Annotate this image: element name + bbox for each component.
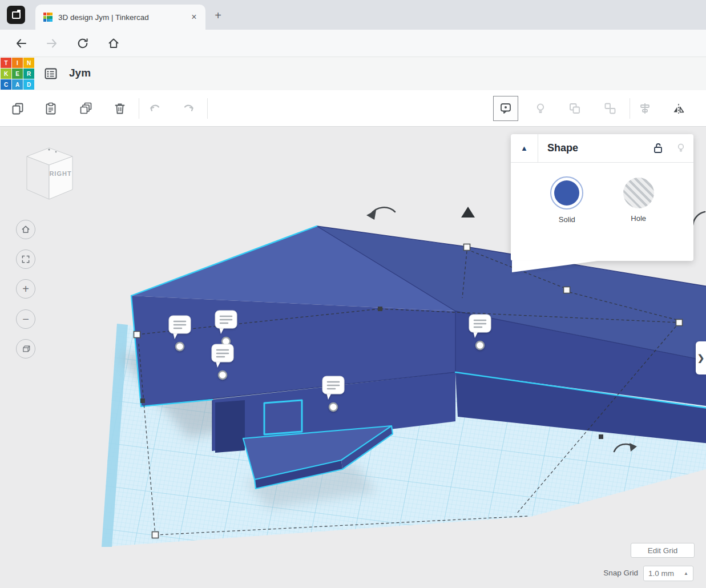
hole-label: Hole bbox=[631, 214, 646, 223]
paste-icon[interactable] bbox=[44, 102, 58, 115]
rotate-handle[interactable] bbox=[693, 212, 705, 225]
undo-icon[interactable] bbox=[148, 102, 162, 115]
tab-title: 3D design Jym | Tinkercad bbox=[58, 13, 188, 22]
toolbar-divider bbox=[630, 98, 630, 119]
scale-handle[interactable] bbox=[134, 332, 140, 338]
hole-option[interactable]: Hole bbox=[623, 176, 654, 224]
hide-all-icon[interactable] bbox=[534, 102, 547, 115]
perspective-toggle-button[interactable] bbox=[16, 339, 35, 359]
design-title[interactable]: Jym bbox=[69, 67, 91, 79]
midpoint-handle[interactable] bbox=[378, 307, 382, 311]
viewport-3d[interactable]: RIGHT + − ▲ Shape bbox=[0, 127, 706, 588]
scale-handle[interactable] bbox=[676, 320, 683, 326]
hide-shape-icon[interactable] bbox=[675, 142, 687, 156]
browser-nav-bar: https://www.tinkercad.com/things/7aEeOPZ… bbox=[0, 30, 706, 57]
raise-handle[interactable] bbox=[461, 207, 475, 218]
solid-label: Solid bbox=[559, 215, 575, 224]
collapse-panel-icon[interactable]: ▲ bbox=[511, 134, 538, 162]
home-icon[interactable] bbox=[106, 36, 121, 51]
fit-view-button[interactable] bbox=[16, 249, 35, 269]
window-hole[interactable] bbox=[264, 400, 302, 434]
caret-up-icon: ▲ bbox=[684, 571, 688, 576]
browser-tab-strip: 3D design Jym | Tinkercad × + bbox=[0, 0, 706, 30]
edit-grid-button[interactable]: Edit Grid bbox=[631, 543, 695, 558]
view-cube-label: RIGHT bbox=[49, 170, 71, 177]
ungroup-icon[interactable] bbox=[603, 102, 617, 115]
scale-handle[interactable] bbox=[464, 244, 470, 251]
midpoint-handle[interactable] bbox=[140, 398, 145, 403]
copy-icon[interactable] bbox=[11, 102, 25, 115]
tab-close-icon[interactable]: × bbox=[188, 11, 200, 23]
new-tab-button[interactable]: + bbox=[211, 9, 225, 23]
browser-app-icon[interactable] bbox=[7, 6, 25, 24]
snap-grid-dropdown[interactable]: 1.0 mm ▲ bbox=[643, 566, 693, 581]
mirror-icon[interactable] bbox=[672, 102, 685, 115]
midpoint-handle[interactable] bbox=[599, 434, 603, 439]
duplicate-icon[interactable] bbox=[79, 102, 92, 115]
delete-icon[interactable] bbox=[113, 102, 127, 115]
view-cube[interactable]: RIGHT bbox=[22, 143, 76, 206]
align-icon[interactable] bbox=[638, 102, 652, 115]
panel-callout-tail bbox=[512, 261, 598, 272]
tinkercad-logo[interactable]: TIN KER CAD bbox=[1, 58, 34, 90]
editor-toolbar bbox=[0, 90, 706, 127]
shape-inspector-panel: ▲ Shape Solid Hole bbox=[511, 134, 693, 261]
lock-shape-icon[interactable] bbox=[652, 142, 664, 156]
shape-panel-header: ▲ Shape bbox=[511, 134, 693, 163]
scale-handle[interactable] bbox=[152, 532, 159, 538]
shape-panel-title: Shape bbox=[547, 142, 578, 154]
toolbar-divider bbox=[139, 98, 139, 119]
snap-grid-value: 1.0 mm bbox=[648, 569, 674, 578]
hole-swatch[interactable] bbox=[623, 178, 654, 208]
redo-icon[interactable] bbox=[182, 102, 196, 115]
tab-favicon-tinkercad bbox=[43, 13, 53, 22]
back-icon[interactable] bbox=[14, 36, 29, 51]
scale-handle[interactable] bbox=[564, 287, 570, 293]
zoom-out-button[interactable]: − bbox=[16, 309, 35, 329]
browser-window: 3D design Jym | Tinkercad × + https://ww… bbox=[0, 0, 706, 588]
show-comments-icon[interactable] bbox=[499, 102, 513, 115]
toolbar-divider bbox=[207, 98, 208, 119]
group-icon[interactable] bbox=[568, 102, 582, 115]
solid-option[interactable]: Solid bbox=[550, 176, 583, 224]
expand-sidebar-chevron[interactable]: ❯ bbox=[696, 341, 706, 374]
view-home-button[interactable] bbox=[16, 220, 35, 239]
tinkercad-header: TIN KER CAD Jym bbox=[0, 57, 706, 90]
design-properties-icon[interactable] bbox=[43, 66, 58, 83]
snap-grid-label: Snap Grid bbox=[576, 569, 638, 577]
solid-swatch-ring bbox=[550, 176, 583, 210]
forward-icon[interactable] bbox=[45, 36, 59, 51]
zoom-in-button[interactable]: + bbox=[16, 279, 35, 299]
app-icon-glyph bbox=[12, 11, 21, 19]
doorway[interactable] bbox=[215, 400, 245, 453]
solid-swatch[interactable] bbox=[554, 180, 579, 206]
refresh-icon[interactable] bbox=[75, 36, 90, 51]
browser-tab[interactable]: 3D design Jym | Tinkercad × bbox=[35, 5, 205, 30]
